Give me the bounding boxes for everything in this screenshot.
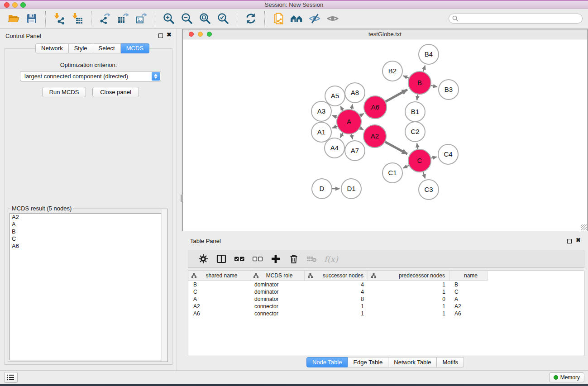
task-history-button[interactable] [4, 372, 18, 383]
node-label-C2: C2 [411, 128, 419, 135]
node-label-C3: C3 [424, 186, 433, 193]
edge-A-A3[interactable] [332, 115, 337, 117]
show-network-overview-icon[interactable] [289, 12, 304, 25]
save-session-icon[interactable] [24, 12, 39, 25]
column-header-mcds-role[interactable]: MCDS role [250, 271, 305, 281]
node-label-B4: B4 [425, 50, 433, 58]
apply-preferred-layout-icon[interactable] [243, 12, 258, 25]
resize-grip-icon[interactable] [581, 224, 587, 230]
delete-table-icon[interactable] [304, 253, 320, 265]
show-graphics-details-icon[interactable] [325, 12, 340, 25]
edge-B-B2[interactable] [403, 76, 409, 78]
column-header-predecessor-nodes[interactable]: predecessor nodes [368, 271, 449, 281]
control-panel-tab[interactable]: Select [93, 43, 121, 53]
unselect-all-columns-icon[interactable] [250, 253, 265, 265]
list-icon [6, 373, 15, 382]
table-panel-tab[interactable]: Edge Table [348, 357, 388, 367]
import-table-icon[interactable] [70, 12, 85, 25]
main-toolbar [0, 9, 588, 29]
table-row[interactable]: C dominator 4 1 C [188, 288, 584, 295]
table-settings-gear-icon[interactable] [196, 253, 211, 265]
delete-column-trash-icon[interactable] [286, 253, 301, 265]
zoom-fit-content-icon[interactable] [197, 12, 213, 25]
split-panel-columns-icon[interactable] [214, 253, 229, 265]
edge-C-C3[interactable] [423, 172, 425, 178]
hide-graphics-details-icon[interactable] [307, 12, 322, 25]
mcds-result-item[interactable]: C [10, 235, 166, 243]
close-table-panel-icon[interactable]: ✖ [576, 237, 581, 243]
node-label-A7: A7 [351, 147, 359, 154]
table-panel-tab[interactable]: Motifs [437, 357, 464, 367]
node-label-C1: C1 [388, 169, 397, 176]
node-label-B1: B1 [411, 108, 419, 115]
table-row[interactable]: A dominator 8 0 A [188, 295, 584, 303]
mcds-result-item[interactable]: B [10, 228, 166, 235]
table-panel-title: Table Panel [190, 238, 221, 244]
float-panel-icon[interactable] [158, 33, 163, 38]
table-panel-tab[interactable]: Node Table [306, 357, 348, 367]
zoom-selected-region-icon[interactable] [215, 12, 231, 25]
node-label-B3: B3 [445, 86, 453, 93]
optimization-criterion-label: Optimization criterion: [5, 62, 172, 68]
mcds-result-title: MCDS result (5 nodes) [10, 205, 73, 212]
new-network-from-selection-icon[interactable] [271, 12, 286, 25]
column-header-name[interactable]: name [449, 271, 488, 281]
table-toolbar: f(x) [188, 250, 584, 268]
vertical-scroll-indicator[interactable] [181, 195, 183, 202]
edge-B-B4[interactable] [423, 66, 425, 71]
import-network-icon[interactable] [52, 12, 67, 25]
session-title: Session: New Session [0, 1, 588, 8]
close-panel-button[interactable]: Close panel [92, 87, 139, 97]
table-panel-tabs: Node TableEdge TableNetwork TableMotifs [182, 357, 588, 367]
edge-A-A6[interactable] [360, 114, 364, 116]
network-canvas[interactable]: AA6A2BCA1A3A4A5A7A8B1B2B3B4C1C2C3C4DD1 [183, 39, 587, 231]
float-table-panel-icon[interactable] [567, 239, 572, 243]
control-panel-tab[interactable]: Network [35, 43, 69, 53]
memory-status-icon [554, 375, 558, 380]
edge-C-C1[interactable] [403, 166, 409, 168]
edge-A-A2[interactable] [360, 128, 363, 130]
zoom-out-icon[interactable] [179, 12, 195, 25]
zoom-in-icon[interactable] [161, 12, 177, 25]
node-label-D1: D1 [347, 185, 355, 192]
edge-A-A5[interactable] [340, 106, 343, 111]
run-mcds-button[interactable]: Run MCDS [42, 87, 86, 97]
export-network-icon[interactable] [97, 12, 113, 25]
search-input[interactable] [449, 14, 583, 24]
mcds-result-item[interactable]: A6 [10, 243, 166, 250]
table-panel-tab[interactable]: Network Table [388, 357, 437, 367]
create-column-plus-icon[interactable] [268, 253, 283, 265]
close-panel-icon[interactable]: ✖ [167, 31, 172, 38]
optimization-criterion-select[interactable]: largest connected component (directed) [20, 71, 161, 81]
export-image-icon[interactable] [134, 12, 149, 25]
edge-C-C4[interactable] [431, 157, 436, 158]
edge-B-B3[interactable] [431, 86, 437, 87]
table-row[interactable]: A6 connector 1 1 A6 [188, 310, 584, 317]
column-header-shared-name[interactable]: shared name [188, 271, 250, 281]
control-panel-tab[interactable]: MCDS [121, 43, 149, 53]
edge-A-A7[interactable] [352, 134, 353, 139]
table-row[interactable]: B dominator 4 1 B [188, 281, 584, 288]
edge-A6-B[interactable] [386, 90, 407, 102]
mcds-result-item[interactable]: A2 [10, 214, 166, 221]
edge-A-A1[interactable] [332, 126, 337, 128]
select-all-columns-icon[interactable] [232, 253, 247, 265]
node-label-A2: A2 [371, 132, 379, 140]
control-panel-tab[interactable]: Style [69, 43, 93, 53]
edge-A-A4[interactable] [340, 133, 343, 138]
desktop-background [0, 384, 588, 386]
memory-button[interactable]: Memory [549, 372, 584, 382]
mcds-result-item[interactable]: A [10, 221, 166, 228]
table-row[interactable]: A2 connector 1 1 A2 [188, 303, 584, 310]
result-list-scrollbar[interactable] [161, 210, 167, 361]
edge-A2-C[interactable] [385, 142, 407, 154]
edge-C-C2[interactable] [417, 143, 418, 149]
export-table-icon[interactable] [115, 12, 131, 25]
network-window-titlebar[interactable]: testGlobe.txt [183, 29, 587, 39]
mcds-result-list[interactable]: A2ABCA6 [10, 213, 166, 360]
node-label-B2: B2 [388, 67, 397, 75]
edge-A-A8[interactable] [352, 105, 353, 110]
open-file-icon[interactable] [6, 12, 21, 25]
column-header-successor-nodes[interactable]: successor nodes [305, 271, 368, 281]
edge-B-B1[interactable] [417, 95, 418, 100]
